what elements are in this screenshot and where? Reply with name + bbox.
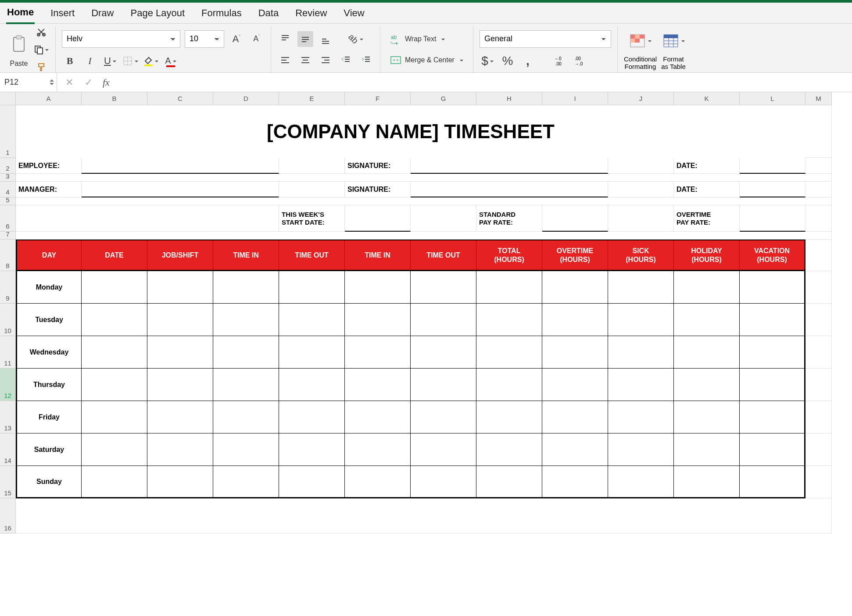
column-header[interactable]: K: [674, 92, 740, 105]
manager-field[interactable]: [82, 182, 279, 197]
format-as-table-button[interactable]: [661, 29, 686, 53]
table-cell[interactable]: [82, 466, 147, 498]
cut-button[interactable]: [33, 24, 49, 40]
table-cell[interactable]: [147, 433, 213, 466]
table-cell[interactable]: [82, 336, 147, 369]
day-cell[interactable]: Tuesday: [16, 304, 82, 336]
underline-button[interactable]: U: [102, 53, 118, 69]
table-cell[interactable]: [542, 336, 608, 369]
signature-field[interactable]: [411, 158, 608, 174]
table-cell[interactable]: [740, 336, 805, 369]
table-cell[interactable]: [345, 433, 411, 466]
table-cell[interactable]: [608, 401, 674, 433]
tab-home[interactable]: Home: [6, 2, 35, 24]
row-header[interactable]: 4: [0, 182, 16, 197]
table-cell[interactable]: [345, 401, 411, 433]
table-cell[interactable]: [279, 369, 345, 401]
table-cell[interactable]: [213, 304, 279, 336]
currency-button[interactable]: $: [480, 53, 495, 69]
table-cell[interactable]: [476, 433, 542, 466]
table-cell[interactable]: [147, 401, 213, 433]
table-cell[interactable]: [411, 433, 476, 466]
overtime-rate-field[interactable]: [740, 205, 805, 232]
table-cell[interactable]: [82, 271, 147, 304]
table-cell[interactable]: [345, 304, 411, 336]
cell[interactable]: [805, 240, 832, 271]
table-cell[interactable]: [279, 304, 345, 336]
signature-field[interactable]: [411, 182, 608, 197]
cell[interactable]: [16, 197, 832, 205]
column-header[interactable]: B: [82, 92, 147, 105]
table-cell[interactable]: [82, 369, 147, 401]
table-cell[interactable]: [542, 304, 608, 336]
row-header[interactable]: 12: [0, 369, 16, 401]
tab-view[interactable]: View: [343, 3, 365, 23]
orientation-button[interactable]: ab: [348, 31, 364, 47]
tab-data[interactable]: Data: [258, 3, 279, 23]
cell[interactable]: [805, 433, 832, 466]
tab-draw[interactable]: Draw: [90, 3, 115, 23]
table-cell[interactable]: [213, 466, 279, 498]
cell[interactable]: [16, 174, 832, 182]
table-cell[interactable]: [740, 369, 805, 401]
table-cell[interactable]: [411, 466, 476, 498]
cell[interactable]: [16, 205, 279, 232]
row-header[interactable]: 9: [0, 271, 16, 304]
table-cell[interactable]: [674, 401, 740, 433]
decrease-decimal-button[interactable]: .00→.0: [573, 53, 589, 69]
table-cell[interactable]: [213, 401, 279, 433]
table-cell[interactable]: [213, 336, 279, 369]
copy-button[interactable]: [33, 42, 49, 57]
decrease-indent-button[interactable]: [338, 52, 354, 68]
accept-formula-button[interactable]: ✓: [81, 75, 97, 90]
table-cell[interactable]: [740, 304, 805, 336]
column-header[interactable]: C: [147, 92, 213, 105]
date-field[interactable]: [740, 158, 805, 174]
font-name-select[interactable]: [62, 30, 180, 48]
table-cell[interactable]: [411, 336, 476, 369]
table-cell[interactable]: [147, 336, 213, 369]
table-cell[interactable]: [542, 369, 608, 401]
table-cell[interactable]: [542, 433, 608, 466]
table-cell[interactable]: [82, 304, 147, 336]
table-cell[interactable]: [674, 304, 740, 336]
column-header[interactable]: L: [740, 92, 805, 105]
table-cell[interactable]: [542, 466, 608, 498]
cell[interactable]: [805, 466, 832, 498]
table-cell[interactable]: [674, 336, 740, 369]
cell[interactable]: [805, 336, 832, 369]
cell[interactable]: [805, 182, 832, 197]
cell[interactable]: [608, 205, 674, 232]
table-cell[interactable]: [213, 433, 279, 466]
table-cell[interactable]: [542, 401, 608, 433]
table-cell[interactable]: [345, 369, 411, 401]
tab-insert[interactable]: Insert: [50, 3, 75, 23]
row-header[interactable]: 15: [0, 466, 16, 498]
cell[interactable]: [805, 401, 832, 433]
row-header[interactable]: 7: [0, 232, 16, 240]
row-header[interactable]: 2: [0, 158, 16, 174]
italic-button[interactable]: I: [82, 53, 98, 69]
row-header[interactable]: 6: [0, 205, 16, 232]
table-cell[interactable]: [542, 271, 608, 304]
table-cell[interactable]: [608, 304, 674, 336]
row-header[interactable]: 11: [0, 336, 16, 369]
day-cell[interactable]: Wednesday: [16, 336, 82, 369]
tab-review[interactable]: Review: [294, 3, 328, 23]
tab-formulas[interactable]: Formulas: [200, 3, 243, 23]
week-start-field[interactable]: [345, 205, 411, 232]
name-box[interactable]: P12: [0, 73, 57, 92]
row-header[interactable]: 3: [0, 174, 16, 182]
align-middle-button[interactable]: [297, 31, 313, 47]
cell[interactable]: [805, 271, 832, 304]
wrap-text-button[interactable]: ab Wrap Text: [387, 31, 448, 47]
table-cell[interactable]: [476, 304, 542, 336]
table-cell[interactable]: [147, 271, 213, 304]
day-cell[interactable]: Monday: [16, 271, 82, 304]
tab-page-layout[interactable]: Page Layout: [130, 3, 186, 23]
table-cell[interactable]: [279, 433, 345, 466]
table-cell[interactable]: [674, 433, 740, 466]
table-cell[interactable]: [411, 304, 476, 336]
table-cell[interactable]: [411, 401, 476, 433]
conditional-formatting-button[interactable]: [628, 29, 652, 53]
